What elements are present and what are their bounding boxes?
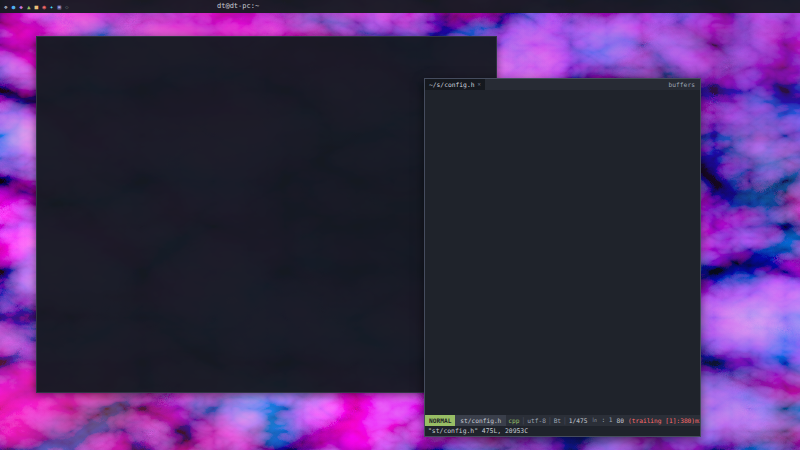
- code-line[interactable]: 30 char *vtiden = "\033[?6c";: [425, 305, 700, 312]
- code-line[interactable]: 25 static char *shell = "/bin/sh";: [425, 268, 700, 275]
- code-line[interactable]: 1 /* ____ _____ */: [425, 91, 700, 98]
- code-line[interactable]: 38 *: [425, 364, 700, 371]
- mode-indicator: NORMAL: [425, 415, 455, 426]
- workspace-tag-icon[interactable]: ◇: [65, 0, 69, 13]
- code-line[interactable]: 35: [425, 342, 700, 349]
- tab-config-h[interactable]: ~/s/config.h ✕: [425, 79, 485, 90]
- code-line[interactable]: 33 static float cwscale = 1.0;: [425, 328, 700, 335]
- workspace-tag-icon[interactable]: ✦: [50, 0, 54, 13]
- file-row: lrwxrwxrwx 25 dt 24 Feb 22:03 .steampid …: [41, 40, 492, 48]
- workspace-tag-icon[interactable]: ▲: [27, 0, 31, 13]
- code-line[interactable]: 5 /* |____/ |_| */: [425, 121, 700, 128]
- code-line[interactable]: 14: [425, 187, 700, 194]
- file-row: .rw-r--r-- 17k dt 13 Aug 2018 .tigrc: [41, 65, 492, 73]
- code-line[interactable]: 28: [425, 291, 700, 298]
- code-line[interactable]: 10 static char *font2[] = {: [425, 158, 700, 165]
- code-line[interactable]: 34 static float chscale = 1.0;: [425, 335, 700, 342]
- code-line[interactable]: 21 * 3: SHELL environment variable: [425, 239, 700, 246]
- close-icon[interactable]: ✕: [478, 79, 481, 90]
- workspace-tag-icon[interactable]: ■: [35, 0, 39, 13]
- code-line[interactable]: 9 static char *font = "Mononoki Nerd Fon…: [425, 150, 700, 157]
- code-line[interactable]: 3 /* | | | || | http://www.youtube.com/c…: [425, 106, 700, 113]
- vim-editor-window[interactable]: ~/s/config.h ✕ buffers 1 /* ____ _____ *…: [424, 78, 701, 437]
- vim-tabline: ~/s/config.h ✕ buffers: [425, 79, 700, 90]
- filetype-indicator: cpp: [506, 417, 521, 424]
- workspace-tag-icon[interactable]: ❖: [4, 0, 8, 13]
- code-line[interactable]: 24 */: [425, 261, 700, 268]
- code-line[interactable]: 16: [425, 202, 700, 209]
- code-line[interactable]: 18 * What program is execed by st depend…: [425, 217, 700, 224]
- window-title: dt@dt-pc:~: [217, 0, 259, 13]
- code-line[interactable]: 23 * 5: value of shell in config.h: [425, 254, 700, 261]
- workspace-tag-icon[interactable]: ◆: [19, 0, 23, 13]
- code-line[interactable]: 43 /* selection timeouts (in millisecond…: [425, 401, 700, 408]
- file-row: .rw------- 25 dt 3 Jun 2019 .teensy: [41, 48, 492, 56]
- vim-statusline: NORMAL st/config.h cpp │ utf-8 │ Bt │ 1/…: [425, 415, 700, 426]
- workspace-tag-icon[interactable]: ◉: [42, 0, 46, 13]
- code-line[interactable]: 8 /* appearance */: [425, 143, 700, 150]
- code-line[interactable]: 42: [425, 394, 700, 401]
- fileformat-indicator: Bt: [552, 417, 563, 424]
- code-line[interactable]: 12 "Hack Nerd Font Mono:pixelsize=11:ant…: [425, 172, 700, 179]
- code-line[interactable]: 29 /* identification sequence returned i…: [425, 298, 700, 305]
- code-line[interactable]: 41 wchar_t *worddelimiters = L" ";: [425, 387, 700, 394]
- code-line[interactable]: 4 /* | |_| || | http://www.gitlab.com/dw…: [425, 113, 700, 120]
- code-line[interactable]: 22 * 4: value of shell in /etc/passwd: [425, 246, 700, 253]
- code-line[interactable]: 11 "Inconsolata for Powerline:pixelsize=…: [425, 165, 700, 172]
- statusline-filename: st/config.h: [455, 415, 506, 426]
- buffers-label: buffers: [668, 81, 700, 88]
- prompt-marker: ·: [65, 389, 69, 393]
- code-line[interactable]: 13 };: [425, 180, 700, 187]
- code-line[interactable]: 27 char *stty_args = "stty raw pass8 nl …: [425, 283, 700, 290]
- code-line[interactable]: 32 /* Kerning / character bounding-box m…: [425, 320, 700, 327]
- encoding-indicator: utf-8: [525, 417, 548, 424]
- code-line[interactable]: 17 /*: [425, 209, 700, 216]
- cursor-column: ㏑ : 1: [589, 416, 614, 425]
- code-line[interactable]: 15 static int borderpx = 2;: [425, 194, 700, 201]
- vim-message-line: "st/config.h" 475L, 20953C: [425, 426, 700, 436]
- whitespace-warning: (trailing [1]:380)mix-indent-file: [626, 417, 700, 424]
- code-line[interactable]: 20 * 2: utmp option: [425, 231, 700, 238]
- code-line[interactable]: 37 * word delimiter string: [425, 357, 700, 364]
- workspace-tag-icon[interactable]: ▣: [57, 0, 61, 13]
- desktop: ❖ ● ◆ ▲ ■ ◉ ✦ ▣ ◇ dt@dt-pc:~: [0, 0, 800, 450]
- window-number: 80: [615, 417, 626, 424]
- tab-label: ~/s/config.h: [429, 79, 475, 90]
- file-row: .rw-r--r-- 0 dt 5 Nov 2019 .tig_history: [41, 57, 492, 65]
- code-line[interactable]: 36 /*: [425, 350, 700, 357]
- code-area[interactable]: 1 /* ____ _____ */ 2 /* | _ \_ _| Derek …: [425, 90, 700, 415]
- code-line[interactable]: 26 char *utmp = NULL;: [425, 276, 700, 283]
- code-line[interactable]: 40 */: [425, 379, 700, 386]
- code-line[interactable]: 6: [425, 128, 700, 135]
- code-line[interactable]: 7 /* See LICENSE file for copyright and …: [425, 135, 700, 142]
- code-line[interactable]: 2 /* | _ \_ _| Derek Taylor (DistroTube)…: [425, 98, 700, 105]
- status-bar: ❖ ● ◆ ▲ ■ ◉ ✦ ▣ ◇ dt@dt-pc:~: [0, 0, 800, 13]
- code-line[interactable]: 19 * 1: program passed with -e: [425, 224, 700, 231]
- code-line[interactable]: 31: [425, 313, 700, 320]
- workspace-tag-icon[interactable]: ●: [12, 0, 16, 13]
- workspace-tags: ❖ ● ◆ ▲ ■ ◉ ✦ ▣ ◇: [0, 0, 69, 13]
- code-line[interactable]: 39 * More advanced example: L" `'\"()[]{…: [425, 372, 700, 379]
- cursor-position: 1/475: [567, 417, 590, 424]
